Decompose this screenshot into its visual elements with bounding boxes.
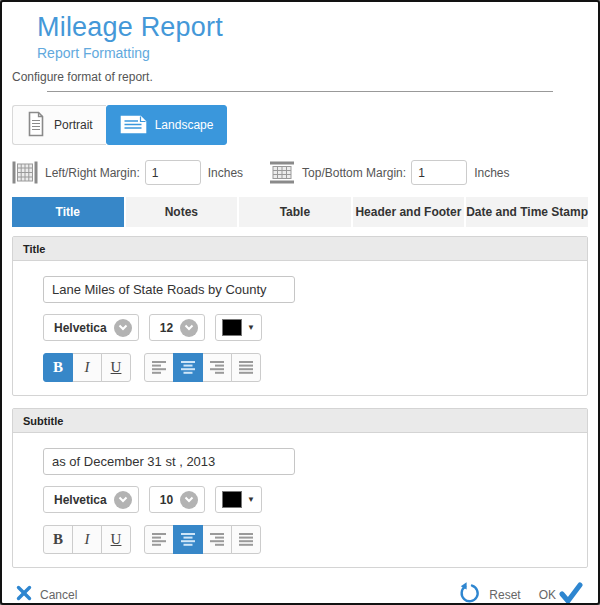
subtitle-color-swatch — [222, 491, 242, 508]
portrait-label: Portrait — [54, 118, 93, 132]
left-right-margin-label: Left/Right Margin: — [45, 166, 140, 180]
title-font-size-dropdown[interactable]: 12 — [149, 314, 205, 341]
portrait-document-icon — [26, 111, 46, 140]
subtitle-panel: Subtitle Helvetica 10 ▼ — [12, 408, 588, 568]
page-subtitle: Report Formatting — [37, 45, 588, 61]
title-text-input[interactable] — [43, 276, 295, 303]
left-right-margin-icon — [12, 161, 38, 184]
tab-header-and-footer[interactable]: Header and Footer — [353, 197, 465, 227]
title-font-family-dropdown[interactable]: Helvetica — [43, 314, 139, 341]
landscape-label: Landscape — [155, 118, 214, 132]
title-format-row: B I U — [43, 353, 557, 382]
title-style-group: B I U — [43, 353, 131, 382]
margins-row: Left/Right Margin: Inches Top/Bottom Mar… — [12, 160, 588, 185]
title-align-center-button[interactable] — [173, 353, 203, 382]
title-font-family-value: Helvetica — [54, 321, 107, 335]
caret-down-icon: ▼ — [247, 495, 255, 504]
description-text: Configure format of report. — [12, 70, 588, 84]
title-align-justify-button[interactable] — [231, 353, 261, 382]
title-align-left-button[interactable] — [144, 353, 174, 382]
subtitle-align-center-button[interactable] — [173, 525, 203, 554]
subtitle-font-color-dropdown[interactable]: ▼ — [215, 486, 262, 513]
tab-title[interactable]: Title — [12, 197, 124, 227]
tab-date-and-time-stamp[interactable]: Date and Time Stamp — [466, 197, 588, 227]
align-center-icon — [180, 532, 196, 547]
align-right-icon — [209, 532, 225, 547]
portrait-button[interactable]: Portrait — [12, 105, 106, 145]
tab-table[interactable]: Table — [239, 197, 351, 227]
subtitle-font-family-value: Helvetica — [54, 493, 107, 507]
landscape-button[interactable]: Landscape — [106, 105, 228, 145]
ok-check-icon — [558, 581, 584, 605]
subtitle-panel-heading: Subtitle — [13, 409, 587, 433]
subtitle-italic-button[interactable]: I — [72, 525, 102, 554]
ok-label: OK — [539, 588, 556, 602]
title-color-swatch — [222, 319, 242, 336]
title-align-right-button[interactable] — [202, 353, 232, 382]
subtitle-font-family-dropdown[interactable]: Helvetica — [43, 486, 139, 513]
header-divider — [47, 91, 553, 92]
mileage-report-dialog: Mileage Report Report Formatting Configu… — [0, 0, 600, 605]
top-bottom-margin-input[interactable] — [411, 160, 467, 185]
landscape-document-icon — [120, 113, 147, 137]
chevron-down-icon — [114, 319, 132, 337]
orientation-toggle: Portrait Landscape — [12, 105, 588, 145]
format-tabs: Title Notes Table Header and Footer Date… — [12, 197, 588, 227]
chevron-down-icon — [180, 319, 198, 337]
subtitle-align-left-button[interactable] — [144, 525, 174, 554]
align-justify-icon — [238, 532, 254, 547]
chevron-down-icon — [180, 491, 198, 509]
subtitle-format-row: B I U — [43, 525, 557, 554]
dialog-footer: Cancel Reset OK — [12, 581, 588, 605]
subtitle-font-row: Helvetica 10 ▼ — [43, 486, 557, 513]
subtitle-bold-button[interactable]: B — [43, 525, 73, 554]
subtitle-alignment-group — [144, 525, 261, 554]
top-bottom-margin-unit: Inches — [474, 166, 509, 180]
caret-down-icon: ▼ — [247, 323, 255, 332]
reset-refresh-icon — [457, 581, 481, 605]
top-bottom-margin-icon — [269, 161, 295, 184]
ok-button[interactable]: OK — [539, 581, 584, 605]
align-left-icon — [151, 360, 167, 375]
title-bold-button[interactable]: B — [43, 353, 73, 382]
dialog-header: Mileage Report Report Formatting — [37, 12, 588, 61]
tab-notes[interactable]: Notes — [126, 197, 238, 227]
cancel-label: Cancel — [40, 588, 77, 602]
subtitle-font-size-dropdown[interactable]: 10 — [149, 486, 205, 513]
title-underline-button[interactable]: U — [101, 353, 131, 382]
footer-right-actions: Reset OK — [457, 581, 584, 605]
left-right-margin-unit: Inches — [208, 166, 243, 180]
title-panel: Title Helvetica 12 ▼ — [12, 236, 588, 396]
reset-button[interactable]: Reset — [457, 581, 520, 605]
title-font-color-dropdown[interactable]: ▼ — [215, 314, 262, 341]
align-right-icon — [209, 360, 225, 375]
left-right-margin-input[interactable] — [145, 160, 201, 185]
title-italic-button[interactable]: I — [72, 353, 102, 382]
title-font-size-value: 12 — [160, 321, 173, 335]
subtitle-font-size-value: 10 — [160, 493, 173, 507]
title-font-row: Helvetica 12 ▼ — [43, 314, 557, 341]
subtitle-align-right-button[interactable] — [202, 525, 232, 554]
align-left-icon — [151, 532, 167, 547]
chevron-down-icon — [114, 491, 132, 509]
subtitle-style-group: B I U — [43, 525, 131, 554]
cancel-button[interactable]: Cancel — [16, 585, 77, 605]
subtitle-text-input[interactable] — [43, 448, 295, 475]
subtitle-underline-button[interactable]: U — [101, 525, 131, 554]
align-justify-icon — [238, 360, 254, 375]
title-panel-body: Helvetica 12 ▼ B — [13, 261, 587, 395]
top-bottom-margin-label: Top/Bottom Margin: — [302, 166, 406, 180]
subtitle-align-justify-button[interactable] — [231, 525, 261, 554]
cancel-x-icon — [16, 585, 32, 605]
align-center-icon — [180, 360, 196, 375]
subtitle-panel-body: Helvetica 10 ▼ B — [13, 433, 587, 567]
page-title: Mileage Report — [37, 12, 588, 43]
title-alignment-group — [144, 353, 261, 382]
reset-label: Reset — [489, 588, 520, 602]
title-panel-heading: Title — [13, 237, 587, 261]
